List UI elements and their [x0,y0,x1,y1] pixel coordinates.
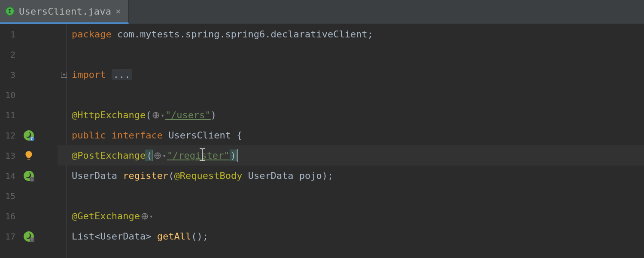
annotation: @PostExchange [72,150,146,161]
line-number: 14 [0,171,21,181]
semicolon: ; [328,170,333,181]
code-line[interactable] [72,85,644,105]
chevron-down-icon: ▾ [162,152,166,159]
line-number: 12 [0,130,21,141]
code-line[interactable] [72,44,644,64]
interface-file-icon: I [5,6,15,16]
endpoint-widget[interactable]: ▾ [141,212,153,220]
editor-area[interactable]: 1 2 3 + 10 11 12 C 13 14 15 16 [0,24,644,258]
close-tab-icon[interactable]: × [115,7,121,15]
paren: ( [168,170,174,181]
keyword: public [72,130,106,141]
code-line[interactable]: UserData register(@RequestBody UserData … [72,166,644,186]
code-line[interactable]: package com.mytests.spring.spring6.decla… [72,24,644,44]
code-line[interactable]: @HttpExchange(▾"/users") [72,105,644,125]
tab-filename: UsersClient.java [19,6,111,17]
line-number: 13 [0,150,21,161]
line-number: 3 [0,70,21,80]
gutter: 1 2 3 + 10 11 12 C 13 14 15 16 [0,24,67,258]
paren: ( [191,231,197,242]
type-name: UserData [72,170,117,181]
chevron-down-icon: ▾ [161,112,164,119]
package-path: com.mytests.spring.spring6.declarativeCl… [112,29,368,40]
annotation: @RequestBody [174,170,242,181]
text-caret [237,149,238,162]
paren-match: ) [230,150,237,161]
line-number: 11 [0,110,21,120]
keyword: interface [112,130,163,141]
line-number: 15 [0,191,21,201]
spring-endpoint-icon[interactable] [23,231,34,242]
tab-users-client[interactable]: I UsersClient.java × [0,0,129,24]
type-name: > [146,231,151,242]
type-name: List< [72,231,100,242]
line-number: 2 [0,49,21,60]
fold-expand-icon[interactable]: + [61,72,67,78]
brace: { [237,130,242,141]
type-name: UserData [248,170,294,181]
param-name: pojo [299,170,322,181]
keyword: package [72,29,112,40]
svg-text:C: C [31,136,33,141]
annotation: @HttpExchange [72,110,146,120]
line-number: 16 [0,211,21,221]
paren: ) [322,170,328,181]
type-name: UsersClient [168,130,231,141]
type-name: UserData [100,231,146,242]
keyword: import [72,69,112,80]
tab-bar: I UsersClient.java × [0,0,644,24]
url-literal[interactable]: "/register" [167,150,230,161]
code-line[interactable]: @GetExchange▾ [72,206,644,226]
chevron-down-icon: ▾ [149,213,153,220]
intention-bulb-icon[interactable] [23,150,34,161]
endpoint-widget[interactable]: ▾ [152,111,164,119]
code-line[interactable]: public interface UsersClient { [72,125,644,145]
annotation: @GetExchange [72,211,140,221]
endpoint-widget[interactable]: ▾ [154,152,166,160]
method-name: getAll [157,231,191,242]
line-number: 17 [0,231,21,242]
paren: ( [146,110,151,120]
semicolon: ; [203,231,208,242]
code-line-current[interactable]: @PostExchange(▾"/register") [72,145,644,166]
paren: ) [211,110,216,120]
spring-bean-icon[interactable]: C [23,130,34,141]
code-line[interactable]: import ... [72,64,644,85]
url-literal[interactable]: "/users" [165,110,211,120]
spring-endpoint-icon[interactable] [23,170,34,181]
line-number: 1 [0,29,21,40]
folded-imports[interactable]: ... [112,69,132,80]
code-line[interactable] [72,186,644,206]
method-name: register [123,170,168,181]
semicolon: ; [368,29,373,40]
code-area[interactable]: package com.mytests.spring.spring6.decla… [67,24,644,258]
code-line[interactable]: List<UserData> getAll(); [72,226,644,246]
paren-match: ( [146,150,153,161]
paren: ) [197,231,202,242]
line-number: 10 [0,90,21,100]
